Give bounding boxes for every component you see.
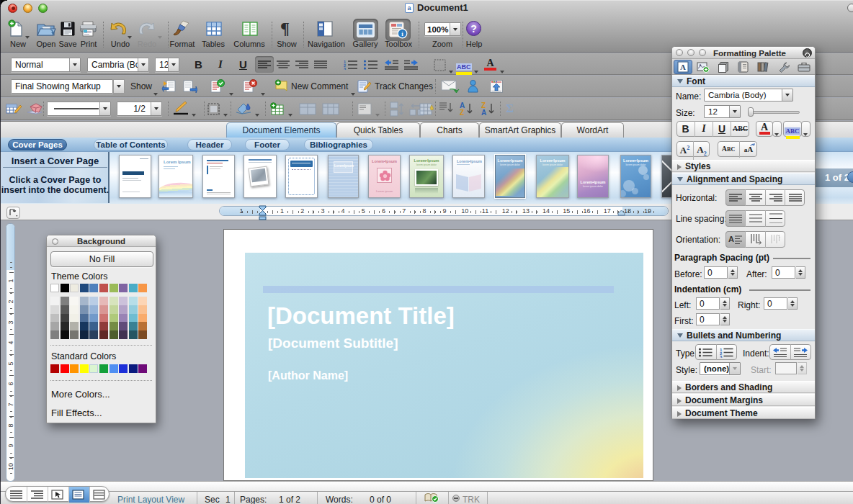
svg-text:3: 3 — [344, 67, 346, 70]
svg-text:3: 3 — [720, 355, 723, 359]
svg-text:Z: Z — [460, 109, 464, 117]
svg-text:A: A — [728, 235, 734, 243]
svg-text:A: A — [680, 63, 686, 71]
svg-text:A: A — [481, 109, 486, 117]
